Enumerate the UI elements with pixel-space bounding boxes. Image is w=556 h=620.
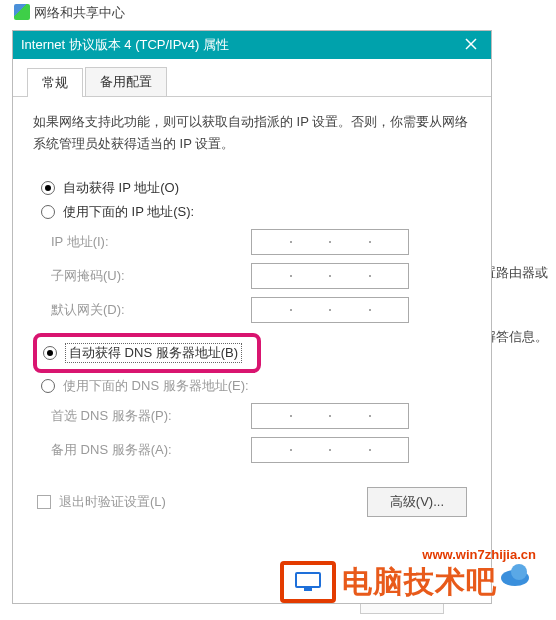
- radio-indicator: [41, 379, 55, 393]
- general-panel: 如果网络支持此功能，则可以获取自动指派的 IP 设置。否则，你需要从网络系统管理…: [13, 97, 491, 531]
- radio-label: 使用下面的 IP 地址(S):: [63, 203, 194, 221]
- radio-label: 自动获得 DNS 服务器地址(B): [65, 343, 242, 363]
- radio-manual-ip[interactable]: 使用下面的 IP 地址(S):: [41, 203, 471, 221]
- preferred-dns-label: 首选 DNS 服务器(P):: [51, 407, 251, 425]
- radio-label: 使用下面的 DNS 服务器地址(E):: [63, 377, 249, 395]
- gateway-label: 默认网关(D):: [51, 301, 251, 319]
- network-center-icon: [14, 4, 30, 20]
- svg-point-5: [511, 564, 527, 580]
- radio-auto-ip[interactable]: 自动获得 IP 地址(O): [41, 179, 471, 197]
- alternate-dns-label: 备用 DNS 服务器(A):: [51, 441, 251, 459]
- description-text: 如果网络支持此功能，则可以获取自动指派的 IP 设置。否则，你需要从网络系统管理…: [33, 111, 471, 155]
- subnet-label: 子网掩码(U):: [51, 267, 251, 285]
- tab-alternate[interactable]: 备用配置: [85, 67, 167, 96]
- dialog-title: Internet 协议版本 4 (TCP/IPv4) 属性: [21, 36, 229, 54]
- alternate-dns-input[interactable]: [251, 437, 409, 463]
- background-text-fragment: 解答信息。: [483, 328, 548, 346]
- background-window-title: 网络和共享中心: [34, 4, 125, 22]
- radio-indicator: [41, 181, 55, 195]
- close-button[interactable]: [459, 37, 483, 53]
- gateway-input[interactable]: [251, 297, 409, 323]
- radio-auto-dns[interactable]: 自动获得 DNS 服务器地址(B): [43, 343, 251, 363]
- radio-manual-dns[interactable]: 使用下面的 DNS 服务器地址(E):: [41, 377, 471, 395]
- ip-address-label: IP 地址(I):: [51, 233, 251, 251]
- radio-label: 自动获得 IP 地址(O): [63, 179, 179, 197]
- svg-point-4: [501, 570, 529, 586]
- ipv4-properties-dialog: Internet 协议版本 4 (TCP/IPv4) 属性 常规 备用配置 如果…: [12, 30, 492, 604]
- validate-on-exit-checkbox[interactable]: 退出时验证设置(L): [37, 493, 166, 511]
- watermark-url: www.win7zhijia.cn: [422, 547, 536, 562]
- tab-strip: 常规 备用配置: [13, 59, 491, 97]
- radio-indicator: [43, 346, 57, 360]
- checkbox-label: 退出时验证设置(L): [59, 493, 166, 511]
- advanced-button[interactable]: 高级(V)...: [367, 487, 467, 517]
- cloud-icon: [499, 558, 531, 590]
- checkbox-box: [37, 495, 51, 509]
- highlight-auto-dns: 自动获得 DNS 服务器地址(B): [33, 333, 261, 373]
- dialog-titlebar: Internet 协议版本 4 (TCP/IPv4) 属性: [13, 31, 491, 59]
- radio-indicator: [41, 205, 55, 219]
- ip-address-input[interactable]: [251, 229, 409, 255]
- background-text-fragment: 置路由器或: [483, 264, 548, 282]
- subnet-input[interactable]: [251, 263, 409, 289]
- tab-general[interactable]: 常规: [27, 68, 83, 97]
- preferred-dns-input[interactable]: [251, 403, 409, 429]
